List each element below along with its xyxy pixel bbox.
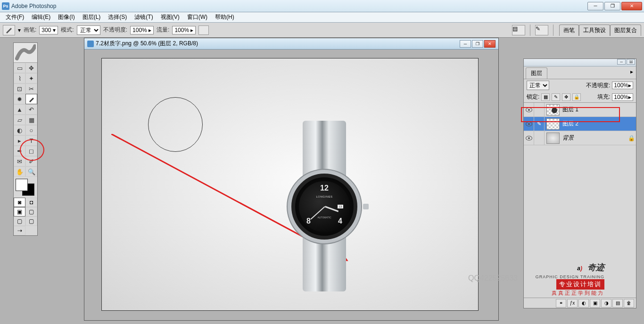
airbrush-toggle[interactable] — [198, 25, 209, 35]
healing-brush-tool[interactable]: ✹ — [14, 94, 25, 104]
history-brush-tool[interactable]: ↶ — [25, 104, 37, 115]
canvas[interactable]: 12 8 4 LONGINES AUTOMATIC 13 — [101, 58, 479, 311]
panel-titlebar[interactable]: ─ ☒ — [524, 59, 636, 66]
opacity-value[interactable]: 100% ▸ — [130, 26, 154, 34]
magic-wand-tool[interactable]: ✦ — [25, 73, 37, 83]
document-titlebar[interactable]: 7.2材质字.png @ 50.6% (图层 2, RGB/8) ─ ❐ ✕ — [84, 38, 498, 50]
hand-tool[interactable]: ✋ — [14, 166, 25, 177]
path-selection-tool[interactable]: ▸ — [14, 135, 25, 146]
layer-name[interactable]: 图层 1 — [561, 106, 636, 114]
fill-value[interactable]: 100% ▸ — [612, 93, 633, 101]
marquee-tool[interactable]: ▭ — [14, 63, 25, 73]
menu-window[interactable]: 窗口(W) — [183, 12, 211, 23]
layer-row[interactable]: 图层 1 — [524, 103, 636, 117]
layer-style-button[interactable]: ƒx — [567, 299, 578, 307]
lasso-tool[interactable]: ⌇ — [14, 73, 25, 83]
menu-image[interactable]: 图像(I) — [54, 12, 78, 23]
standard-mode-button[interactable]: ◙ — [14, 198, 25, 207]
slice-tool[interactable]: ✂ — [25, 83, 37, 94]
layer-opacity-label: 不透明度: — [586, 82, 610, 90]
current-tool-icon[interactable] — [3, 25, 15, 35]
shape-tool[interactable]: ◻ — [25, 146, 37, 156]
panel-minimize-button[interactable]: ─ — [617, 59, 626, 65]
layer-link-cell[interactable]: ✎ — [534, 117, 545, 131]
eyedropper-tool[interactable]: ✐ — [25, 156, 37, 166]
crop-tool[interactable]: ⊡ — [14, 83, 25, 94]
window-close-button[interactable]: ✕ — [621, 2, 642, 10]
screen-standard-button[interactable]: ▣ — [14, 207, 25, 216]
move-tool[interactable]: ✥ — [25, 63, 37, 73]
layer-blend-mode-select[interactable]: 正常 — [527, 81, 549, 90]
document-window: 7.2材质字.png @ 50.6% (图层 2, RGB/8) ─ ❐ ✕ 1… — [84, 38, 499, 321]
quickmask-mode-button[interactable]: ◘ — [25, 198, 37, 207]
menu-filter[interactable]: 滤镜(T) — [131, 12, 157, 23]
clone-stamp-tool[interactable]: ▲ — [14, 104, 25, 115]
ps-app-icon: Ps — [2, 2, 9, 10]
layer-row[interactable]: ✎ 图层 2 — [524, 117, 636, 131]
layer-mask-button[interactable]: ◐ — [578, 299, 589, 307]
doc-minimize-button[interactable]: ─ — [460, 40, 471, 48]
blur-tool[interactable]: ◐ — [14, 125, 25, 135]
panel-close-button[interactable]: ☒ — [627, 59, 635, 65]
new-group-button[interactable]: ▣ — [590, 299, 600, 307]
layer-link-cell[interactable] — [534, 103, 545, 117]
eraser-tool[interactable]: ▱ — [14, 115, 25, 125]
notes-tool[interactable]: ✉ — [14, 156, 25, 166]
dodge-tool[interactable]: ○ — [25, 125, 37, 135]
color-swatches[interactable] — [14, 177, 37, 198]
foreground-color[interactable] — [16, 179, 28, 191]
menu-view[interactable]: 视图(V) — [157, 12, 183, 23]
layer-name[interactable]: 背景 — [561, 134, 627, 142]
layer-visibility-toggle[interactable] — [524, 131, 534, 145]
lock-label: 锁定: — [527, 93, 539, 101]
menu-file[interactable]: 文件(F) — [2, 12, 28, 23]
layer-thumbnail[interactable] — [546, 118, 560, 130]
panel-menu-button[interactable]: ▸ — [627, 66, 636, 77]
menu-help[interactable]: 帮助(H) — [211, 12, 238, 23]
brush-size-value[interactable]: 300 ▾ — [39, 26, 58, 34]
tab-layer-comps[interactable]: 图层复合 — [610, 25, 641, 36]
screen-full-button[interactable]: ▢ — [14, 216, 25, 226]
blend-mode-label: 模式: — [61, 26, 74, 34]
tab-tool-presets[interactable]: 工具预设 — [579, 25, 610, 36]
blend-mode-select[interactable]: 正常 — [77, 25, 100, 35]
adjustment-layer-button[interactable]: ◑ — [601, 299, 611, 307]
new-layer-button[interactable]: ▤ — [612, 299, 623, 307]
doc-close-button[interactable]: ✕ — [484, 40, 495, 48]
jump-to-button[interactable]: ⇢ — [14, 226, 25, 235]
svg-point-1 — [552, 108, 557, 113]
layer-opacity-value[interactable]: 100% ▸ — [612, 82, 633, 89]
menu-layer[interactable]: 图层(L) — [79, 12, 105, 23]
layer-visibility-toggle[interactable] — [524, 117, 534, 131]
layer-thumbnail[interactable] — [546, 133, 560, 144]
canvas-area[interactable]: 12 8 4 LONGINES AUTOMATIC 13 — [84, 50, 498, 320]
doc-restore-button[interactable]: ❐ — [472, 40, 483, 48]
flow-value[interactable]: 100% ▸ — [172, 26, 196, 34]
screen-extra-button[interactable]: ▢ — [25, 216, 37, 226]
window-minimize-button[interactable]: ─ — [587, 2, 603, 10]
panel-toggle-button[interactable]: ▤ — [512, 25, 525, 35]
tab-brushes[interactable]: 画笔 — [559, 25, 579, 36]
layer-visibility-toggle[interactable] — [524, 103, 534, 117]
window-restore-button[interactable]: ❐ — [604, 2, 620, 10]
menu-select[interactable]: 选择(S) — [104, 12, 131, 23]
layer-link-cell[interactable] — [534, 131, 545, 145]
layer-name[interactable]: 图层 2 — [561, 120, 636, 128]
brush-preset-button[interactable]: ✎ — [535, 25, 548, 35]
pen-tool[interactable]: ✒ — [14, 146, 25, 156]
gradient-tool[interactable]: ▦ — [25, 115, 37, 125]
layers-tab[interactable]: 图层 — [526, 67, 547, 79]
delete-layer-button[interactable]: 🗑 — [624, 299, 634, 307]
zoom-tool[interactable]: 🔍 — [25, 166, 37, 177]
lock-transparency-button[interactable]: ▦ — [541, 93, 550, 101]
menu-edit[interactable]: 编辑(E) — [28, 12, 54, 23]
type-tool[interactable]: T — [25, 135, 37, 146]
layer-row[interactable]: 背景 🔒 — [524, 131, 636, 145]
screen-full-menu-button[interactable]: ▢ — [25, 207, 37, 216]
brush-tool[interactable] — [25, 94, 37, 104]
lock-position-button[interactable]: ✥ — [562, 93, 570, 101]
lock-paint-button[interactable]: ✎ — [552, 93, 560, 101]
link-layers-button[interactable]: ⚭ — [556, 299, 566, 307]
layer-thumbnail[interactable] — [546, 104, 560, 116]
lock-all-button[interactable]: 🔒 — [572, 93, 581, 101]
